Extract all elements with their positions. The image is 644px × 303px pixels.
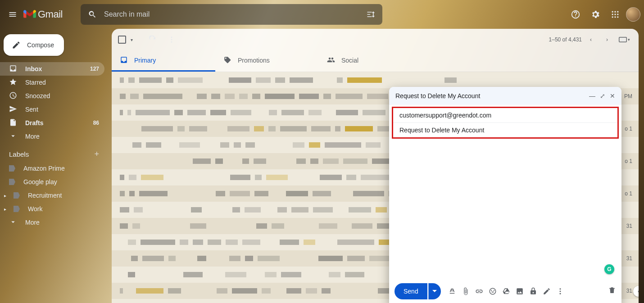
svg-point-2 — [617, 11, 618, 13]
drive-icon[interactable] — [502, 287, 510, 295]
select-all-checkbox[interactable] — [118, 36, 126, 44]
sidebar-item-count: 86 — [93, 120, 99, 126]
sidebar-item-sent[interactable]: Sent — [0, 103, 104, 116]
label-tag-icon — [9, 165, 15, 172]
labels-heading: Labels — [9, 150, 29, 158]
search-options-icon[interactable] — [363, 5, 379, 23]
compose-to-field[interactable]: customersupport@greendot.com — [393, 108, 617, 123]
svg-point-8 — [617, 16, 618, 18]
more-icon[interactable] — [163, 31, 180, 49]
signature-icon[interactable] — [543, 287, 551, 295]
label-item-label: Work — [28, 205, 42, 213]
svg-point-10 — [171, 39, 172, 41]
file-icon — [9, 118, 17, 128]
apps-icon[interactable] — [606, 5, 624, 23]
image-icon[interactable] — [516, 287, 524, 295]
tab-icon — [327, 56, 335, 65]
format-icon[interactable] — [448, 287, 456, 295]
send-icon — [9, 105, 17, 114]
support-icon[interactable] — [567, 5, 585, 23]
compose-fullscreen-icon[interactable]: ⤢ — [600, 92, 605, 99]
svg-point-5 — [617, 14, 618, 15]
sidebar-item-snoozed[interactable]: Snoozed — [0, 89, 104, 103]
svg-point-4 — [614, 14, 616, 15]
sidebar-item-drafts[interactable]: Drafts 86 — [0, 116, 104, 130]
send-button[interactable]: Send — [395, 283, 427, 299]
link-icon[interactable] — [475, 287, 483, 295]
svg-point-1 — [614, 11, 616, 13]
emoji-icon[interactable] — [489, 287, 497, 295]
label-item-work[interactable]: ▸Work — [0, 202, 104, 216]
search-icon[interactable] — [84, 5, 100, 23]
tab-promotions[interactable]: Promotions — [215, 50, 319, 72]
account-avatar[interactable] — [626, 7, 640, 22]
label-tag-icon — [9, 179, 15, 185]
svg-point-17 — [559, 288, 561, 289]
sidebar-item-label: Drafts — [25, 119, 43, 127]
svg-point-11 — [171, 41, 172, 43]
label-item-recruitment[interactable]: ▸Recruitment — [0, 189, 104, 202]
annotation-highlight: customersupport@greendot.com Request to … — [392, 107, 619, 139]
settings-icon[interactable] — [586, 5, 604, 23]
pagination-text: 1–50 of 4,431 — [549, 36, 582, 43]
svg-point-9 — [171, 36, 172, 38]
compose-close-icon[interactable]: ✕ — [610, 92, 615, 99]
main-menu-button[interactable] — [4, 5, 22, 23]
label-tag-icon — [14, 206, 20, 212]
mail-time — [619, 72, 632, 88]
attach-icon[interactable] — [462, 287, 470, 295]
svg-rect-14 — [621, 38, 622, 39]
sidebar-item-label: Inbox — [25, 65, 42, 72]
compose-button[interactable]: Compose — [4, 34, 64, 56]
tab-social[interactable]: Social — [319, 50, 422, 72]
inbox-icon — [9, 64, 17, 74]
label-item-more[interactable]: More — [0, 216, 104, 229]
send-options-button[interactable] — [428, 283, 441, 299]
discard-draft-icon[interactable] — [608, 286, 616, 296]
prev-page-icon[interactable]: ‹ — [584, 31, 598, 49]
label-item-google-play[interactable]: Google play — [0, 175, 104, 189]
input-tools-icon[interactable]: ▾ — [616, 31, 632, 49]
svg-rect-13 — [620, 38, 621, 39]
tab-icon — [120, 56, 128, 65]
tab-primary[interactable]: Primary — [112, 50, 215, 72]
search-box[interactable] — [81, 4, 382, 25]
sidebar-item-label: Sent — [25, 106, 38, 113]
compose-more-icon[interactable] — [556, 287, 564, 295]
confidential-icon[interactable] — [529, 287, 537, 295]
sidebar: Compose Inbox 127 Starred Snoozed Sent D… — [0, 29, 108, 229]
svg-rect-15 — [623, 38, 624, 39]
svg-point-7 — [614, 16, 616, 18]
label-item-amazon-prime[interactable]: Amazon Prime — [0, 162, 104, 175]
compose-minimize-icon[interactable]: — — [589, 92, 595, 99]
label-item-label: Google play — [23, 178, 57, 185]
select-all-dropdown[interactable]: ▾ — [129, 37, 135, 42]
refresh-icon[interactable] — [145, 31, 161, 49]
sidebar-item-label: More — [25, 133, 40, 140]
sidebar-item-starred[interactable]: Starred — [0, 76, 104, 89]
next-page-icon[interactable]: › — [600, 31, 614, 49]
clock-icon — [9, 91, 17, 101]
product-name: Gmail — [38, 9, 63, 20]
compose-subject-field[interactable]: Request to Delete My Account — [393, 123, 617, 137]
compose-body[interactable] — [389, 140, 621, 280]
tab-label: Primary — [134, 57, 156, 64]
search-input[interactable] — [100, 10, 363, 18]
grammarly-icon[interactable]: G — [604, 264, 614, 274]
svg-rect-16 — [621, 40, 625, 41]
sidebar-item-inbox[interactable]: Inbox 127 — [0, 62, 104, 76]
label-item-label: Recruitment — [28, 192, 62, 199]
caret-icon: ▸ — [3, 193, 7, 198]
compose-window: Request to Delete My Account — ⤢ ✕ custo… — [389, 87, 621, 303]
expand-icon — [9, 218, 17, 227]
add-label-icon[interactable]: + — [94, 149, 99, 159]
label-tag-icon — [14, 192, 20, 199]
gmail-logo[interactable]: Gmail — [23, 9, 63, 20]
svg-point-19 — [559, 293, 561, 294]
tab-icon — [223, 56, 231, 65]
sidebar-item-more[interactable]: More — [0, 130, 104, 143]
svg-point-6 — [612, 16, 613, 18]
svg-point-18 — [559, 291, 561, 292]
svg-rect-12 — [619, 37, 626, 42]
label-item-label: Amazon Prime — [23, 165, 65, 172]
